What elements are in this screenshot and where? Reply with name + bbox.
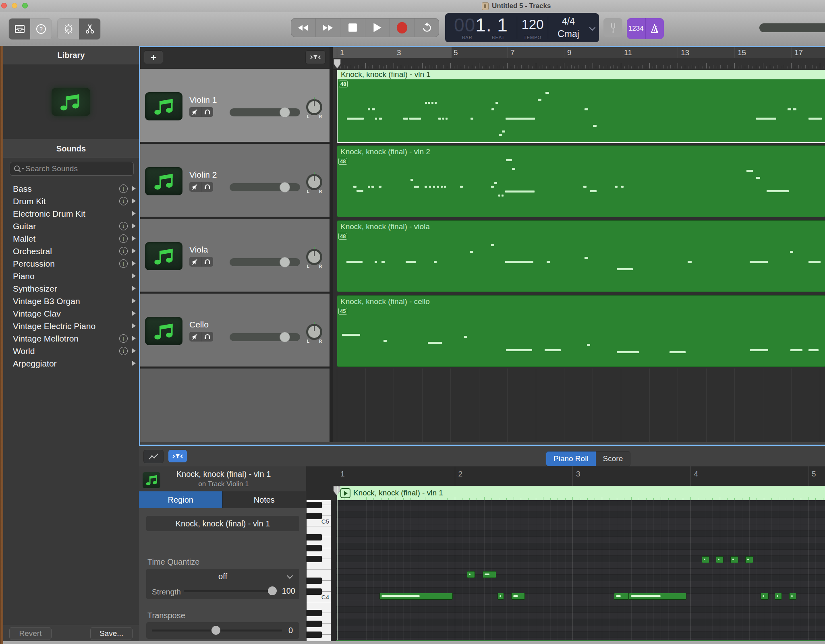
pan-knob[interactable] <box>306 99 322 115</box>
count-in-button[interactable]: 1234 <box>627 18 646 39</box>
sounds-list-item[interactable]: Percussion↓ <box>3 257 139 270</box>
editor-tab-piano-roll[interactable]: Piano Roll <box>546 451 596 466</box>
volume-knob[interactable] <box>280 257 290 267</box>
editors-button[interactable] <box>79 19 100 39</box>
mute-button[interactable] <box>189 257 201 267</box>
strength-slider[interactable] <box>184 590 275 592</box>
mute-button[interactable] <box>189 182 201 192</box>
solo-button[interactable] <box>201 182 213 192</box>
sounds-list-item[interactable]: Drum Kit↓ <box>3 195 139 207</box>
midi-note[interactable] <box>467 571 475 578</box>
strength-knob[interactable] <box>268 586 277 595</box>
rewind-button[interactable] <box>291 18 316 37</box>
midi-note[interactable] <box>702 556 709 563</box>
download-icon[interactable]: ↓ <box>119 197 128 205</box>
cycle-range[interactable] <box>333 47 452 58</box>
midi-note[interactable] <box>716 556 723 563</box>
sounds-list-item[interactable]: Vintage B3 Organ <box>3 295 139 307</box>
midi-note[interactable] <box>730 556 738 563</box>
piano-key-black[interactable] <box>307 610 322 616</box>
forward-button[interactable] <box>316 18 341 37</box>
region-play-button[interactable] <box>340 488 350 498</box>
sounds-list-item[interactable]: Guitar↓ <box>3 220 139 232</box>
midi-region[interactable]: Knock, knock (final) - vln 248 <box>337 145 825 217</box>
minimize-button[interactable] <box>12 3 17 8</box>
midi-region[interactable]: Knock, knock (final) - vln 148 <box>337 70 825 143</box>
add-track-button[interactable]: + <box>144 50 163 64</box>
download-icon[interactable]: ↓ <box>119 334 128 343</box>
record-button[interactable] <box>390 18 415 37</box>
inspector-tab-notes[interactable]: Notes <box>223 491 307 508</box>
solo-button[interactable] <box>201 107 213 117</box>
track-header[interactable]: Violin 1LR <box>140 69 330 144</box>
piano-key-black[interactable] <box>307 502 322 508</box>
sounds-list-item[interactable]: Mallet↓ <box>3 232 139 245</box>
region-name-button[interactable]: Knock, knock (final) - vln 1 <box>146 516 299 531</box>
midi-note[interactable] <box>745 556 753 563</box>
midi-note[interactable] <box>789 593 796 600</box>
sounds-list-item[interactable]: Vintage Mellotron↓ <box>3 332 139 345</box>
inspector-tab-region[interactable]: Region <box>139 491 223 508</box>
cycle-button[interactable] <box>415 18 439 37</box>
quick-help-button[interactable]: ? <box>30 19 52 39</box>
volume-knob[interactable] <box>280 107 290 118</box>
sounds-list-item[interactable]: Arpeggiator <box>3 357 139 370</box>
sounds-list-item[interactable]: Bass↓ <box>3 182 139 195</box>
solo-button[interactable] <box>201 332 213 342</box>
time-quantize-select[interactable]: off <box>146 569 299 584</box>
sounds-list-item[interactable]: World↓ <box>3 345 139 357</box>
lcd-display[interactable]: 001. 1 BAR BEAT 120 TEMPO 4/4 Cmaj <box>445 13 599 42</box>
pan-knob[interactable] <box>306 174 322 190</box>
track-header[interactable]: ViolaLR <box>140 219 330 294</box>
transpose-knob[interactable] <box>211 626 220 635</box>
midi-region[interactable]: Knock, knock (final) - viola48 <box>337 220 825 292</box>
volume-knob[interactable] <box>280 182 290 193</box>
close-button[interactable] <box>1 3 7 8</box>
download-icon[interactable]: ↓ <box>119 222 128 230</box>
mute-button[interactable] <box>189 332 201 342</box>
pan-knob[interactable] <box>306 249 322 265</box>
download-icon[interactable]: ↓ <box>119 259 128 268</box>
midi-note[interactable] <box>511 593 525 600</box>
pan-knob[interactable] <box>306 324 322 340</box>
search-sounds-input[interactable]: Search Sounds <box>10 162 134 176</box>
midi-note[interactable] <box>614 593 629 600</box>
smart-controls-button[interactable] <box>58 19 79 39</box>
mute-button[interactable] <box>189 107 201 117</box>
piano-key-black[interactable] <box>307 534 322 540</box>
midi-note[interactable] <box>379 593 453 600</box>
play-button[interactable] <box>365 18 390 37</box>
lcd-chevron[interactable] <box>589 13 599 42</box>
catch-playhead-button[interactable] <box>168 450 187 462</box>
sounds-list-item[interactable]: Vintage Clav <box>3 307 139 320</box>
editor-tab-score[interactable]: Score <box>596 451 630 466</box>
piano-roll-grid[interactable] <box>336 500 825 641</box>
sounds-list-item[interactable]: Vintage Electric Piano <box>3 320 139 332</box>
piano-key-black[interactable] <box>307 588 322 595</box>
download-icon[interactable]: ↓ <box>119 247 128 255</box>
playhead[interactable] <box>334 59 341 69</box>
volume-knob[interactable] <box>280 332 290 342</box>
bar-ruler[interactable]: 1357911131517 <box>333 47 825 58</box>
download-icon[interactable]: ↓ <box>119 184 128 193</box>
piano-key-black[interactable] <box>307 621 322 627</box>
sounds-list-item[interactable]: Synthesizer <box>3 282 139 295</box>
sounds-list-item[interactable]: Electronic Drum Kit <box>3 207 139 220</box>
piano-roll-region-strip[interactable]: Knock, knock (final) - vln 1 <box>337 486 825 501</box>
midi-note[interactable] <box>775 593 782 600</box>
piano-key-black[interactable] <box>307 545 322 551</box>
track-header[interactable]: Violin 2LR <box>140 144 330 219</box>
piano-key-black[interactable] <box>307 556 322 562</box>
track-zoom-fit-button[interactable] <box>305 50 325 64</box>
piano-key-black[interactable] <box>307 632 322 638</box>
stop-button[interactable] <box>340 18 365 37</box>
piano-key-black[interactable] <box>307 578 322 584</box>
piano-key-black[interactable] <box>307 513 322 519</box>
library-toggle-button[interactable] <box>9 19 30 39</box>
tuner-button[interactable] <box>603 18 622 37</box>
midi-note[interactable] <box>629 593 686 600</box>
zoom-button[interactable] <box>22 3 28 8</box>
download-icon[interactable]: ↓ <box>119 234 128 243</box>
midi-region[interactable]: Knock, knock (final) - cello45 <box>337 295 825 367</box>
piano-keys[interactable]: C5C4 <box>306 500 331 641</box>
